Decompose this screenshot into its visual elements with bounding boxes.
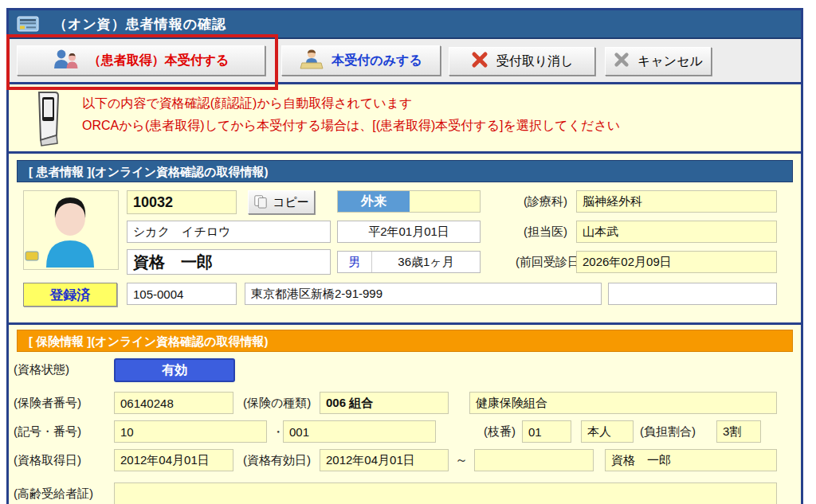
valid-date-label: (資格有効日) — [243, 453, 311, 468]
receptionist-icon — [300, 49, 324, 72]
acquired-date-label: (資格取得日) — [14, 453, 81, 468]
insurer-number-label: (保険者番号) — [14, 396, 81, 411]
face-recognition-device-icon — [28, 91, 65, 150]
insurance-info-section: [ 保険情報 ](オンライン資格確認の取得情報) (資格状態) 有効 (保険者番… — [9, 325, 801, 504]
visit-type-field: 外来 — [337, 190, 481, 213]
age-value: 36歳1ヶ月 — [372, 255, 480, 270]
symbol-field: 10 — [114, 420, 267, 443]
notice-box: 以下の内容で資格確認(顔認証)から自動取得されています ORCAから(患者取得)… — [9, 84, 801, 154]
insurer-number-field: 06140248 — [114, 392, 233, 414]
sex-value: 男 — [338, 252, 372, 272]
kana-name-field: シカク イチロウ — [127, 221, 331, 243]
status-badge: 有効 — [114, 358, 235, 382]
branch-label: (枝番) — [484, 424, 516, 440]
window-title: （オン資）患者情報の確認 — [53, 15, 226, 33]
birth-date-field: 平2年01月01日 — [337, 221, 481, 243]
copy-icon — [253, 194, 268, 211]
elderly-cert-field — [114, 483, 777, 504]
cancel-reception-button[interactable]: 受付取り消し — [449, 47, 595, 76]
sex-age-field: 男 36歳1ヶ月 — [337, 251, 481, 273]
dept-label: (診療科) — [524, 194, 567, 209]
last-visit-label: (前回受診日) — [516, 255, 583, 270]
doctor-label: (担当医) — [524, 225, 567, 240]
status-label: (資格状態) — [14, 362, 69, 377]
patients-icon — [53, 49, 80, 72]
date-range-tilde: ～ — [455, 452, 468, 469]
branch-field: 01 — [522, 420, 571, 443]
app-window: （オン資）患者情報の確認 （患者取得）本受付する — [6, 8, 803, 504]
cancel-reception-label: 受付取り消し — [496, 53, 574, 70]
notice-line-1: 以下の内容で資格確認(顔認証)から自動取得されています — [82, 96, 412, 112]
dept-field: 脳神経外科 — [576, 190, 777, 213]
copy-button[interactable]: コピー — [248, 190, 315, 214]
address-field: 東京都港区新橋2-91-999 — [245, 283, 602, 305]
gray-x-icon — [614, 52, 630, 71]
red-x-icon — [471, 51, 488, 72]
cancel-label: キャンセル — [638, 53, 703, 70]
valid-to-field — [474, 449, 594, 471]
notice-line-2: ORCAから(患者取得)してから本受付する場合は、[(患者取得)本受付する]を選… — [82, 118, 620, 135]
doctor-field: 山本武 — [576, 221, 777, 243]
insurance-type-label: (保険の種類) — [243, 396, 311, 411]
valid-from-field: 2012年04月01日 — [320, 449, 449, 471]
insurance-name-field: 健康保険組合 — [469, 392, 777, 414]
insurance-section-header: [ 保険情報 ](オンライン資格確認の取得情報) — [17, 330, 793, 352]
accept-only-button[interactable]: 本受付のみする — [281, 45, 441, 76]
address-extra-field — [608, 283, 777, 305]
kanji-name-field: 資格 一郎 — [127, 249, 331, 275]
patient-section-header: [ 患者情報 ](オンライン資格確認の取得情報) — [17, 160, 793, 182]
accept-only-label: 本受付のみする — [332, 53, 422, 69]
cancel-button[interactable]: キャンセル — [605, 47, 712, 76]
patient-id-field: 10032 — [127, 190, 237, 214]
registered-badge: 登録済 — [23, 283, 117, 307]
patient-info-section: [ 患者情報 ](オンライン資格確認の取得情報) 10032 コピー 外来 ( — [9, 154, 801, 325]
insurance-type-field: 006 組合 — [320, 392, 449, 414]
number-field: 001 — [283, 420, 436, 443]
accept-with-patient-fetch-button[interactable]: （患者取得）本受付する — [17, 45, 265, 76]
visit-type-chip: 外来 — [338, 191, 410, 212]
toolbar: （患者取得）本受付する 本受付のみする 受付取り消し — [9, 39, 801, 84]
burden-ratio-field: 3割 — [716, 420, 761, 443]
postal-code-field: 105-0004 — [127, 283, 237, 305]
insurance-card-icon — [17, 16, 41, 32]
accept-with-patient-fetch-label: （患者取得）本受付する — [88, 53, 230, 69]
burden-ratio-label: (負担割合) — [640, 424, 696, 440]
relationship-field: 本人 — [581, 420, 634, 443]
acquired-date-field: 2012年04月01日 — [114, 449, 233, 471]
elderly-cert-label: (高齢受給者証) — [14, 486, 93, 502]
patient-photo — [23, 190, 119, 270]
last-visit-field: 2026年02月09日 — [576, 251, 777, 273]
insured-name-field: 資格 一郎 — [605, 449, 777, 471]
copy-label: コピー — [273, 195, 309, 210]
symbol-number-label: (記号・番号) — [14, 424, 81, 440]
title-bar: （オン資）患者情報の確認 — [9, 10, 801, 39]
